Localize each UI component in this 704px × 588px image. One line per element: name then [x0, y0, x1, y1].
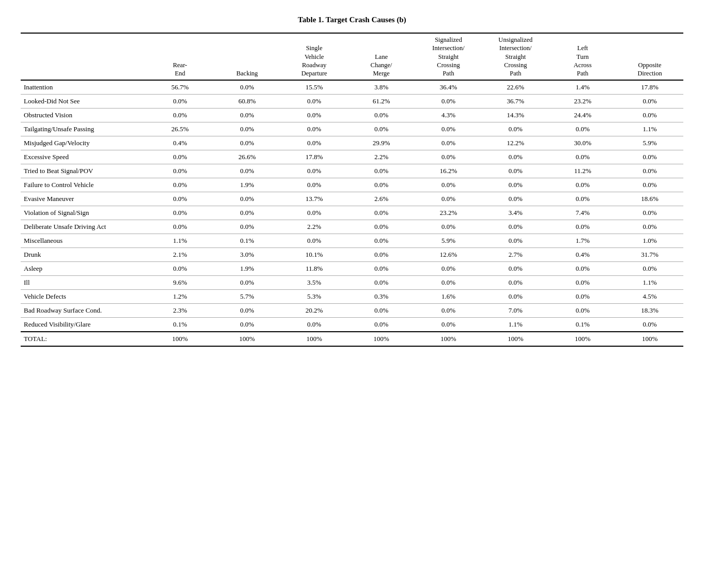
- row-cell-lane_change: 0.0%: [348, 122, 415, 136]
- row-cell-single_vehicle: 0.0%: [281, 122, 348, 136]
- row-cell-opposite: 0.0%: [616, 220, 683, 234]
- row-cell-left_turn: 0.0%: [549, 178, 616, 192]
- table-row: Evasive Maneuver0.0%0.0%13.7%2.6%0.0%0.0…: [21, 192, 683, 206]
- row-cell-signalized: 5.9%: [415, 234, 482, 248]
- table-row: Drunk2.1%3.0%10.1%0.0%12.6%2.7%0.4%31.7%: [21, 248, 683, 262]
- row-label: Vehicle Defects: [21, 290, 146, 304]
- row-label: Drunk: [21, 248, 146, 262]
- row-cell-lane_change: 0.0%: [348, 234, 415, 248]
- row-cell-backing: 0.0%: [213, 136, 281, 150]
- row-cell-left_turn: 0.0%: [549, 276, 616, 290]
- row-cell-opposite: 4.5%: [616, 290, 683, 304]
- total-row: TOTAL:100%100%100%100%100%100%100%100%: [21, 332, 683, 346]
- row-label: Reduced Visibility/Glare: [21, 318, 146, 332]
- row-label: Deliberate Unsafe Driving Act: [21, 220, 146, 234]
- row-cell-single_vehicle: 0.0%: [281, 164, 348, 178]
- row-cell-rear_end: 2.3%: [146, 304, 213, 318]
- row-label: Inattention: [21, 80, 146, 95]
- row-cell-left_turn: 23.2%: [549, 95, 616, 109]
- row-cell-backing: 5.7%: [213, 290, 281, 304]
- row-cell-rear_end: 0.0%: [146, 178, 213, 192]
- total-cell-backing: 100%: [213, 332, 281, 346]
- total-cell-left_turn: 100%: [549, 332, 616, 346]
- row-cell-signalized: 16.2%: [415, 164, 482, 178]
- row-cell-left_turn: 1.4%: [549, 80, 616, 95]
- row-cell-signalized: 4.3%: [415, 109, 482, 122]
- row-cell-single_vehicle: 17.8%: [281, 150, 348, 164]
- row-cell-lane_change: 0.0%: [348, 304, 415, 318]
- table-row: Inattention56.7%0.0%15.5%3.8%36.4%22.6%1…: [21, 80, 683, 95]
- row-cell-backing: 0.1%: [213, 234, 281, 248]
- row-cell-left_turn: 30.0%: [549, 136, 616, 150]
- row-cell-opposite: 0.0%: [616, 206, 683, 220]
- row-cell-rear_end: 1.2%: [146, 290, 213, 304]
- row-cell-unsignalized: 0.0%: [482, 150, 549, 164]
- row-cell-unsignalized: 0.0%: [482, 234, 549, 248]
- row-cell-left_turn: 0.0%: [549, 122, 616, 136]
- row-cell-opposite: 1.1%: [616, 122, 683, 136]
- row-cell-backing: 0.0%: [213, 206, 281, 220]
- table-row: Reduced Visibility/Glare0.1%0.0%0.0%0.0%…: [21, 318, 683, 332]
- row-cell-signalized: 0.0%: [415, 276, 482, 290]
- row-cell-signalized: 0.0%: [415, 192, 482, 206]
- row-cell-lane_change: 2.6%: [348, 192, 415, 206]
- row-cell-unsignalized: 14.3%: [482, 109, 549, 122]
- row-cell-signalized: 0.0%: [415, 150, 482, 164]
- row-cell-single_vehicle: 0.0%: [281, 95, 348, 109]
- row-cell-rear_end: 0.0%: [146, 192, 213, 206]
- row-cell-single_vehicle: 0.0%: [281, 234, 348, 248]
- total-label: TOTAL:: [21, 332, 146, 346]
- row-cell-rear_end: 0.1%: [146, 318, 213, 332]
- row-cell-left_turn: 24.4%: [549, 109, 616, 122]
- row-cell-single_vehicle: 3.5%: [281, 276, 348, 290]
- row-cell-backing: 60.8%: [213, 95, 281, 109]
- row-label: Bad Roadway Surface Cond.: [21, 304, 146, 318]
- row-cell-unsignalized: 0.0%: [482, 164, 549, 178]
- row-cell-rear_end: 0.0%: [146, 220, 213, 234]
- row-cell-rear_end: 9.6%: [146, 276, 213, 290]
- row-cell-lane_change: 0.0%: [348, 262, 415, 276]
- row-cell-unsignalized: 36.7%: [482, 95, 549, 109]
- row-cell-rear_end: 1.1%: [146, 234, 213, 248]
- header-label: [21, 33, 146, 80]
- row-cell-opposite: 5.9%: [616, 136, 683, 150]
- crash-causes-table: Rear-End Backing SingleVehicleRoadwayDep…: [21, 33, 683, 347]
- table-header-row: Rear-End Backing SingleVehicleRoadwayDep…: [21, 33, 683, 80]
- row-cell-lane_change: 0.0%: [348, 164, 415, 178]
- row-cell-rear_end: 2.1%: [146, 248, 213, 262]
- row-cell-signalized: 0.0%: [415, 95, 482, 109]
- row-cell-signalized: 0.0%: [415, 178, 482, 192]
- row-cell-backing: 0.0%: [213, 164, 281, 178]
- row-cell-backing: 0.0%: [213, 122, 281, 136]
- row-label: Obstructed Vision: [21, 109, 146, 122]
- row-cell-opposite: 0.0%: [616, 262, 683, 276]
- row-label: Looked-Did Not See: [21, 95, 146, 109]
- row-cell-signalized: 0.0%: [415, 122, 482, 136]
- table-row: Obstructed Vision0.0%0.0%0.0%0.0%4.3%14.…: [21, 109, 683, 122]
- row-cell-single_vehicle: 13.7%: [281, 192, 348, 206]
- row-cell-lane_change: 0.0%: [348, 248, 415, 262]
- row-cell-left_turn: 0.1%: [549, 318, 616, 332]
- table-row: Ill9.6%0.0%3.5%0.0%0.0%0.0%0.0%1.1%: [21, 276, 683, 290]
- row-cell-left_turn: 0.0%: [549, 150, 616, 164]
- row-cell-signalized: 0.0%: [415, 304, 482, 318]
- row-cell-unsignalized: 7.0%: [482, 304, 549, 318]
- total-cell-unsignalized: 100%: [482, 332, 549, 346]
- total-cell-single_vehicle: 100%: [281, 332, 348, 346]
- row-cell-opposite: 0.0%: [616, 178, 683, 192]
- row-cell-lane_change: 61.2%: [348, 95, 415, 109]
- row-cell-single_vehicle: 15.5%: [281, 80, 348, 95]
- row-cell-left_turn: 11.2%: [549, 164, 616, 178]
- row-cell-left_turn: 0.0%: [549, 220, 616, 234]
- row-cell-backing: 0.0%: [213, 304, 281, 318]
- row-cell-backing: 1.9%: [213, 178, 281, 192]
- row-cell-rear_end: 0.0%: [146, 206, 213, 220]
- row-cell-rear_end: 0.4%: [146, 136, 213, 150]
- row-cell-lane_change: 0.0%: [348, 178, 415, 192]
- row-cell-unsignalized: 0.0%: [482, 122, 549, 136]
- page-title: Table 1. Target Crash Causes (b): [21, 16, 683, 24]
- row-cell-backing: 0.0%: [213, 318, 281, 332]
- row-cell-signalized: 36.4%: [415, 80, 482, 95]
- row-cell-signalized: 0.0%: [415, 262, 482, 276]
- table-row: Violation of Signal/Sign0.0%0.0%0.0%0.0%…: [21, 206, 683, 220]
